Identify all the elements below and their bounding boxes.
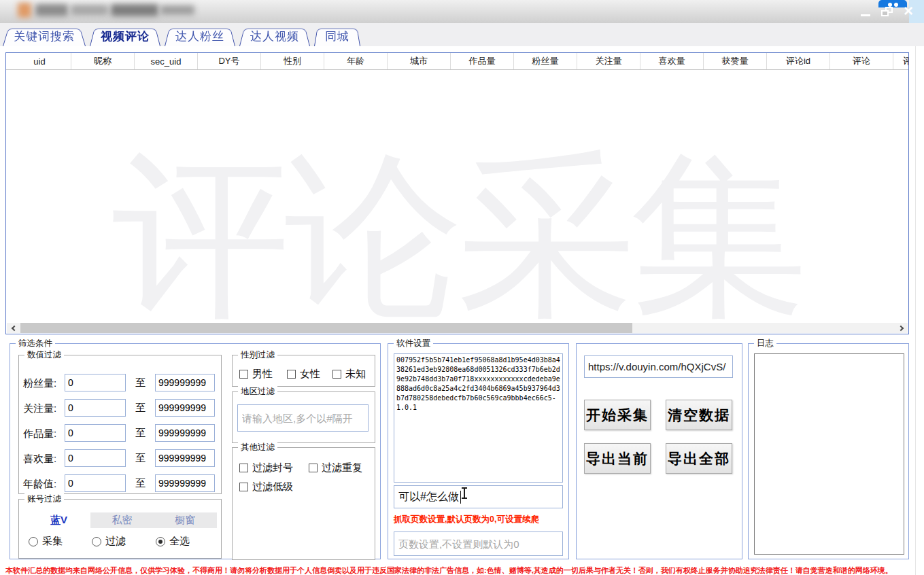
scroll-right-icon[interactable] [895,323,908,333]
title-bar: × [0,0,924,23]
likes-min-input[interactable] [65,449,126,467]
age-value-label: 年龄值: [23,478,56,491]
ibeam-cursor [461,487,468,499]
account-filter-group: 账号过滤 蓝V 私密 橱窗 采集 过滤 全选 [18,499,222,559]
checkbox-icon[interactable] [332,370,341,379]
license-code-textarea[interactable]: 007952f5b5b741eb1ef95068a8d1b95e4d03b8a4… [394,353,563,483]
fans-max-input[interactable] [155,374,215,391]
to-label: 至 [135,477,146,490]
checkbox-label: 男性 [252,368,273,381]
group-title: 数值过滤 [24,349,64,361]
software-settings-panel: 软件设置 007952f5b5b741eb1ef95068a8d1b95e4d0… [388,343,569,559]
radio-icon[interactable] [29,537,38,546]
age-max-input[interactable] [155,474,215,492]
checkbox-female[interactable]: 女性 [287,368,320,381]
keyword-input[interactable]: 可以#怎么做 [394,485,563,508]
window-edge-line [915,46,916,575]
panel-title: 筛选条件 [16,338,55,349]
to-label: 至 [135,402,146,415]
close-icon[interactable]: × [904,4,913,18]
checkbox-label: 过滤封号 [252,461,293,474]
column-header-gender: 性别 [261,53,324,69]
column-header-secuid: sec_uid [135,53,198,69]
scrollbar-thumb[interactable] [20,323,632,333]
tab-influencer-videos[interactable]: 达人视频 [239,26,310,46]
scroll-left-icon[interactable] [7,323,19,333]
account-tab-blue-v[interactable]: 蓝V [27,512,90,528]
log-textarea[interactable] [754,353,904,555]
group-title: 性别过滤 [238,349,277,361]
page-count-hint: 抓取页数设置,默认页数为0,可设置续爬 [394,514,539,525]
account-tab-showcase[interactable]: 橱窗 [154,512,217,528]
column-header-comment-id: 评论id [767,53,830,69]
age-min-input[interactable] [65,474,126,492]
tab-keyword-search[interactable]: 关键词搜索 [3,26,86,46]
following-max-input[interactable] [155,399,215,417]
tab-same-city[interactable]: 同城 [314,26,360,46]
checkbox-icon[interactable] [309,464,318,472]
group-title: 地区过滤 [238,386,277,398]
column-header-age: 年龄 [324,53,388,69]
page-count-input[interactable] [394,532,563,556]
radio-select-all[interactable]: 全选 [156,535,190,548]
following-min-input[interactable] [65,399,126,417]
watermark-text: 评论采集 [112,140,803,334]
restore-icon[interactable] [881,7,893,16]
checkbox-unknown[interactable]: 未知 [332,368,366,381]
group-title: 其他过滤 [238,442,277,453]
scrollbar-track[interactable] [19,323,895,333]
results-table: uid 昵称 sec_uid DY号 性别 年龄 城市 作品量 粉丝量 关注量 … [5,52,909,334]
column-header-clipped: 评 [893,53,909,69]
column-header-praised: 获赞量 [704,53,767,69]
actions-panel: 开始采集 清空数据 导出当前 导出全部 [576,343,742,559]
column-header-fans: 粉丝量 [514,53,577,69]
likes-count-label: 喜欢量: [23,453,56,466]
radio-label: 过滤 [105,535,126,548]
radio-icon[interactable] [156,537,165,546]
horizontal-scrollbar[interactable] [7,323,908,333]
radio-icon[interactable] [92,537,101,546]
clear-data-button[interactable]: 清空数据 [666,400,732,430]
tab-influencer-fans[interactable]: 达人粉丝 [165,26,235,46]
to-label: 至 [135,452,146,465]
checkbox-label: 过滤重复 [322,461,362,474]
blurred-title-text [71,5,108,16]
likes-max-input[interactable] [155,449,215,467]
log-panel: 日志 [748,343,909,559]
checkbox-icon[interactable] [239,370,248,379]
tab-video-comments[interactable]: 视频评论 [90,26,160,46]
minimize-icon[interactable] [861,14,870,16]
works-min-input[interactable] [65,424,126,442]
checkbox-icon[interactable] [239,464,248,472]
blurred-title-text [111,4,158,16]
fans-min-input[interactable] [65,374,126,391]
export-all-button[interactable]: 导出全部 [666,443,732,474]
export-current-button[interactable]: 导出当前 [584,443,651,474]
other-filter-group: 其他过滤 过滤封号 过滤重复 过滤低级 [232,447,375,560]
column-header-following: 关注量 [577,53,640,69]
works-max-input[interactable] [155,424,215,442]
checkbox-icon[interactable] [287,370,296,379]
column-header-dy-id: DY号 [198,53,261,69]
checkbox-label: 未知 [345,368,366,381]
checkbox-label: 过滤低级 [252,481,293,493]
account-tab-private[interactable]: 私密 [90,512,154,528]
column-header-nickname: 昵称 [71,53,135,69]
checkbox-filter-duplicate[interactable]: 过滤重复 [309,461,362,474]
radio-label: 采集 [42,535,63,548]
radio-filter[interactable]: 过滤 [92,535,126,548]
app-window: × 关键词搜索 视频评论 达人粉丝 达人视频 同城 uid 昵称 sec_ [0,0,924,575]
checkbox-filter-lowgrade[interactable]: 过滤低级 [239,481,293,493]
radio-collect[interactable]: 采集 [29,535,63,548]
checkbox-icon[interactable] [239,483,248,491]
region-filter-group: 地区过滤 [232,391,375,443]
panel-title: 软件设置 [394,338,433,349]
filter-conditions-panel: 筛选条件 数值过滤 粉丝量: 至 关注量: 至 作品量: 至 喜欢量: 至 年龄… [10,343,381,559]
checkbox-filter-banned[interactable]: 过滤封号 [239,461,293,474]
to-label: 至 [135,377,146,389]
region-input[interactable] [237,404,369,432]
checkbox-male[interactable]: 男性 [239,368,273,381]
fans-count-label: 粉丝量: [23,377,56,390]
video-url-input[interactable] [584,355,733,378]
start-collect-button[interactable]: 开始采集 [584,400,651,430]
